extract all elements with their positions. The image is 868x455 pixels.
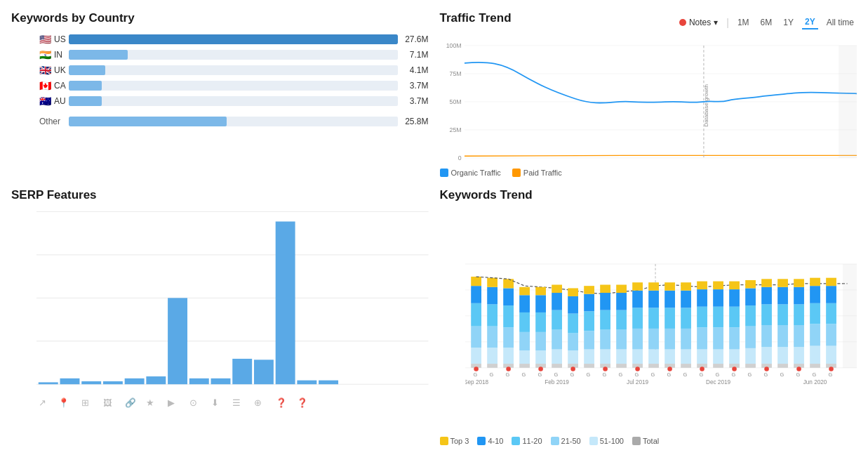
svg-rect-82 — [519, 350, 530, 364]
svg-rect-143 — [648, 349, 659, 364]
svg-rect-25 — [125, 378, 145, 384]
svg-rect-105 — [568, 333, 578, 350]
svg-text:⊞: ⊞ — [81, 398, 89, 408]
svg-rect-159 — [681, 329, 691, 350]
svg-rect-21 — [39, 382, 58, 384]
serp-features-title: SERP Features — [11, 188, 429, 202]
svg-rect-139 — [632, 282, 643, 290]
svg-rect-137 — [632, 308, 643, 329]
svg-rect-120 — [600, 349, 610, 364]
svg-text:🖼: 🖼 — [103, 398, 112, 408]
svg-rect-104 — [568, 350, 578, 364]
svg-rect-222 — [810, 278, 820, 286]
svg-rect-100 — [552, 293, 562, 310]
svg-rect-175 — [713, 307, 723, 328]
country-value: 4.1M — [402, 65, 429, 75]
svg-rect-210 — [794, 347, 804, 364]
paid-label: Paid Traffic — [523, 169, 562, 177]
svg-point-215 — [796, 367, 801, 371]
svg-text:50M: 50M — [449, 98, 461, 105]
svg-rect-122 — [600, 310, 610, 330]
svg-rect-107 — [568, 296, 578, 314]
traffic-controls: Notes ▾ | 1M 6M 1Y 2Y All time — [676, 15, 857, 29]
svg-text:G: G — [521, 371, 526, 378]
country-bar — [69, 34, 398, 44]
svg-rect-60 — [471, 327, 481, 348]
svg-rect-160 — [681, 308, 691, 329]
svg-rect-123 — [600, 293, 610, 310]
time-1m[interactable]: 1M — [735, 16, 752, 29]
svg-text:G: G — [699, 371, 703, 378]
svg-rect-71 — [487, 278, 498, 287]
svg-rect-161 — [681, 291, 691, 308]
time-all[interactable]: All time — [824, 16, 857, 29]
svg-rect-196 — [761, 325, 772, 347]
svg-text:Jul 2019: Jul 2019 — [627, 379, 648, 385]
serp-features-panel: SERP Features 20% 15% 10% 5% 0% — [11, 188, 429, 445]
svg-rect-67 — [487, 348, 498, 364]
svg-rect-168 — [697, 289, 707, 307]
notes-button[interactable]: Notes ▾ — [676, 16, 721, 29]
svg-rect-192 — [745, 280, 756, 288]
svg-rect-81 — [519, 364, 530, 368]
country-row-au: 🇦🇺 AU 3.7M — [39, 95, 429, 107]
svg-rect-203 — [777, 347, 788, 364]
svg-point-185 — [732, 367, 737, 371]
svg-point-79 — [506, 367, 511, 371]
organic-traffic-legend: Organic Traffic — [440, 169, 501, 177]
country-row-other: Other 25.8M — [39, 117, 429, 126]
keywords-trend-panel: Keywords Trend 36M 27M 18M 9M 0 Bar heig — [440, 188, 857, 445]
svg-rect-174 — [713, 327, 723, 349]
svg-rect-29 — [211, 378, 231, 384]
organic-check-icon — [440, 169, 448, 177]
svg-rect-232 — [842, 264, 857, 368]
svg-rect-181 — [729, 327, 740, 349]
country-code: AU — [54, 96, 66, 106]
country-bar-container — [69, 65, 398, 75]
total-icon — [632, 437, 641, 445]
svg-rect-23 — [81, 381, 101, 384]
svg-rect-167 — [697, 307, 707, 328]
svg-rect-33 — [297, 380, 316, 384]
paid-traffic-line — [464, 155, 857, 156]
51-100-icon — [589, 437, 598, 445]
svg-rect-106 — [568, 313, 578, 333]
country-row-us: 🇺🇸 US 27.6M — [39, 34, 429, 45]
svg-point-125 — [603, 367, 608, 371]
svg-rect-189 — [745, 327, 756, 348]
svg-rect-135 — [632, 349, 643, 364]
svg-rect-62 — [471, 286, 481, 303]
svg-text:G: G — [683, 371, 687, 378]
svg-rect-169 — [697, 281, 707, 289]
svg-rect-24 — [103, 381, 123, 384]
country-value: 3.7M — [402, 96, 429, 106]
svg-rect-162 — [681, 282, 691, 290]
svg-rect-77 — [503, 288, 514, 305]
svg-rect-182 — [729, 307, 740, 328]
svg-text:G: G — [602, 371, 606, 378]
svg-point-200 — [764, 367, 769, 371]
svg-text:☰: ☰ — [232, 398, 241, 408]
svg-rect-172 — [713, 364, 723, 368]
svg-rect-225 — [826, 345, 836, 363]
svg-rect-198 — [761, 287, 772, 305]
svg-rect-101 — [552, 284, 562, 292]
11-20-icon — [512, 437, 520, 445]
svg-rect-213 — [794, 287, 804, 305]
top3-label: Top 3 — [450, 437, 469, 445]
svg-rect-166 — [697, 327, 707, 349]
svg-point-170 — [700, 367, 705, 371]
serp-svg: 20% 15% 10% 5% 0% — [36, 211, 429, 428]
time-2y[interactable]: 2Y — [802, 15, 818, 29]
keywords-by-country-panel: Keywords by Country 🇺🇸 US 27.6M 🇮🇳 IN 7.… — [11, 11, 429, 177]
svg-rect-188 — [745, 348, 756, 364]
svg-rect-195 — [761, 347, 772, 364]
flag-icon: 🇮🇳 — [39, 49, 51, 60]
country-bar — [69, 50, 128, 60]
time-1y[interactable]: 1Y — [780, 16, 796, 29]
time-6m[interactable]: 6M — [758, 16, 775, 29]
country-value: 7.1M — [402, 50, 429, 60]
keywords-by-country-title: Keywords by Country — [11, 11, 429, 25]
country-row-ca: 🇨🇦 CA 3.7M — [39, 80, 429, 91]
country-bar-container — [69, 81, 398, 91]
